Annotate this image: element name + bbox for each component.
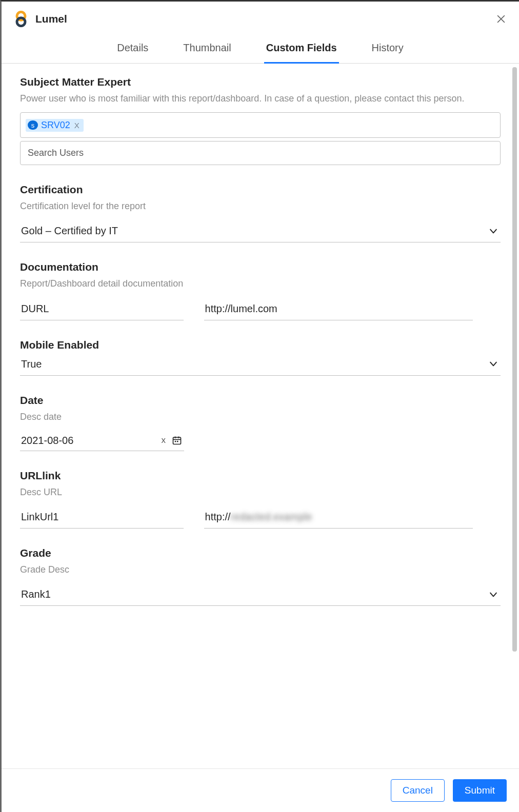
user-chip-label: SRV02 <box>41 120 70 131</box>
documentation-desc: Report/Dashboard detail documentation <box>20 277 501 290</box>
dialog-content: Subject Matter Expert Power user who is … <box>2 64 519 772</box>
tab-history[interactable]: History <box>370 33 406 64</box>
section-urllink: URLlink Desc URL http:// redacted.exampl… <box>20 470 501 529</box>
tab-custom-fields[interactable]: Custom Fields <box>264 33 339 64</box>
dialog-footer: Cancel Submit <box>2 768 519 812</box>
chevron-down-icon <box>488 590 498 600</box>
urllink-desc: Desc URL <box>20 486 501 499</box>
mobile-title: Mobile Enabled <box>20 339 501 351</box>
mobile-select[interactable]: True <box>20 353 501 376</box>
tab-details[interactable]: Details <box>115 33 150 64</box>
date-desc: Desc date <box>20 411 501 423</box>
cancel-button[interactable]: Cancel <box>391 779 445 802</box>
documentation-url-input[interactable] <box>204 298 473 320</box>
header-left: Lumel <box>13 11 67 27</box>
certification-value: Gold – Certified by IT <box>21 225 118 237</box>
date-input[interactable]: 2021-08-06 x <box>20 431 184 451</box>
user-avatar-icon: s <box>28 120 38 130</box>
svg-rect-5 <box>177 441 178 442</box>
dialog-header: Lumel <box>2 2 519 32</box>
grade-desc: Grade Desc <box>20 563 501 576</box>
app-logo-icon <box>13 11 29 27</box>
urllink-title: URLlink <box>20 470 501 482</box>
urllink-name-input[interactable] <box>20 506 184 529</box>
documentation-title: Documentation <box>20 261 501 273</box>
dialog-title: Lumel <box>35 13 67 25</box>
tab-thumbnail[interactable]: Thumbnail <box>181 33 233 64</box>
grade-select[interactable]: Rank1 <box>20 583 501 606</box>
urllink-url-prefix: http:// <box>205 511 231 523</box>
section-date: Date Desc date 2021-08-06 x <box>20 394 501 451</box>
chevron-down-icon <box>488 226 498 236</box>
sme-title: Subject Matter Expert <box>20 76 501 88</box>
user-chip: s SRV02 X <box>26 119 84 132</box>
certification-title: Certification <box>20 184 501 196</box>
submit-button[interactable]: Submit <box>453 779 507 802</box>
search-users-input[interactable] <box>20 141 501 165</box>
tab-bar: Details Thumbnail Custom Fields History <box>2 32 519 64</box>
calendar-icon[interactable] <box>172 435 182 445</box>
date-clear-icon[interactable]: x <box>162 435 166 445</box>
mobile-value: True <box>21 358 42 370</box>
section-sme: Subject Matter Expert Power user who is … <box>20 76 501 165</box>
grade-value: Rank1 <box>21 588 51 600</box>
certification-select[interactable]: Gold – Certified by IT <box>20 220 501 242</box>
section-mobile: Mobile Enabled True <box>20 339 501 376</box>
chip-remove-icon[interactable]: X <box>74 121 79 130</box>
urllink-url-hidden: redacted.example <box>231 511 312 523</box>
close-icon[interactable] <box>495 13 507 25</box>
grade-title: Grade <box>20 547 501 559</box>
documentation-name-input[interactable] <box>20 298 184 320</box>
date-title: Date <box>20 394 501 407</box>
date-value: 2021-08-06 <box>21 435 155 446</box>
urllink-url-input[interactable]: http:// redacted.example <box>204 506 473 529</box>
section-certification: Certification Certification level for th… <box>20 184 501 242</box>
section-documentation: Documentation Report/Dashboard detail do… <box>20 261 501 320</box>
sme-chip-container[interactable]: s SRV02 X <box>20 112 501 138</box>
section-grade: Grade Grade Desc Rank1 <box>20 547 501 606</box>
chevron-down-icon <box>488 359 498 369</box>
svg-rect-4 <box>175 441 176 442</box>
sme-desc: Power user who is most familiar with thi… <box>20 92 501 105</box>
certification-desc: Certification level for the report <box>20 200 501 213</box>
